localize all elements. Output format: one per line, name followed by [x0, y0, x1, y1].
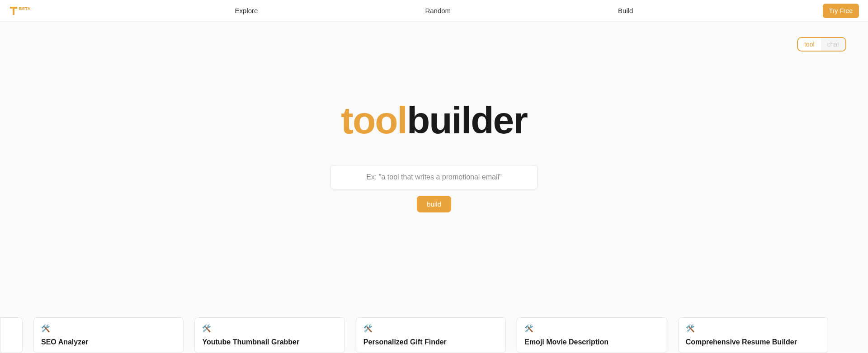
- mode-toggle: tool chat: [797, 37, 846, 52]
- beta-label: BETA: [19, 6, 31, 11]
- header: BETA Explore Random Build Try Free: [0, 0, 868, 22]
- card-title: Comprehensive Resume Builder: [686, 338, 821, 346]
- hammer-wrench-icon: 🛠️: [202, 324, 337, 333]
- toggle-chat[interactable]: chat: [821, 38, 845, 51]
- tool-card[interactable]: 🛠️ Personalized Gift Finder: [356, 317, 506, 353]
- tool-description-input[interactable]: [330, 165, 538, 189]
- build-button[interactable]: build: [417, 196, 451, 212]
- tool-card[interactable]: 🛠️ Emoji Movie Description: [517, 317, 667, 353]
- hammer-wrench-icon: 🛠️: [41, 324, 176, 333]
- hammer-wrench-icon: 🛠️: [363, 324, 498, 333]
- hammer-wrench-icon: 🛠️: [686, 324, 821, 333]
- try-free-button[interactable]: Try Free: [823, 4, 859, 18]
- nav-build[interactable]: Build: [618, 7, 633, 14]
- logo-section[interactable]: BETA: [9, 6, 31, 16]
- title-builder-part: builder: [407, 99, 527, 141]
- tool-card-partial[interactable]: [0, 317, 23, 353]
- nav-explore[interactable]: Explore: [235, 7, 258, 14]
- card-title: SEO Analyzer: [41, 338, 176, 346]
- tool-card[interactable]: 🛠️ Youtube Thumbnail Grabber: [194, 317, 344, 353]
- nav-random[interactable]: Random: [425, 7, 451, 14]
- main-content: toolbuilder build: [0, 22, 868, 212]
- t-logo-icon: [9, 6, 18, 16]
- hammer-wrench-icon: 🛠️: [524, 324, 659, 333]
- card-title: Youtube Thumbnail Grabber: [202, 338, 337, 346]
- page-title: toolbuilder: [341, 99, 527, 142]
- toggle-tool[interactable]: tool: [798, 38, 821, 51]
- tool-cards-row: 🛠️ SEO Analyzer 🛠️ Youtube Thumbnail Gra…: [0, 317, 868, 353]
- logo-icon: [9, 6, 18, 16]
- card-title: Emoji Movie Description: [524, 338, 659, 346]
- tool-card[interactable]: 🛠️ SEO Analyzer: [33, 317, 184, 353]
- title-tool-part: tool: [341, 99, 407, 141]
- tool-card[interactable]: 🛠️ Comprehensive Resume Builder: [678, 317, 828, 353]
- card-title: Personalized Gift Finder: [363, 338, 498, 346]
- nav-links: Explore Random Build: [235, 7, 633, 14]
